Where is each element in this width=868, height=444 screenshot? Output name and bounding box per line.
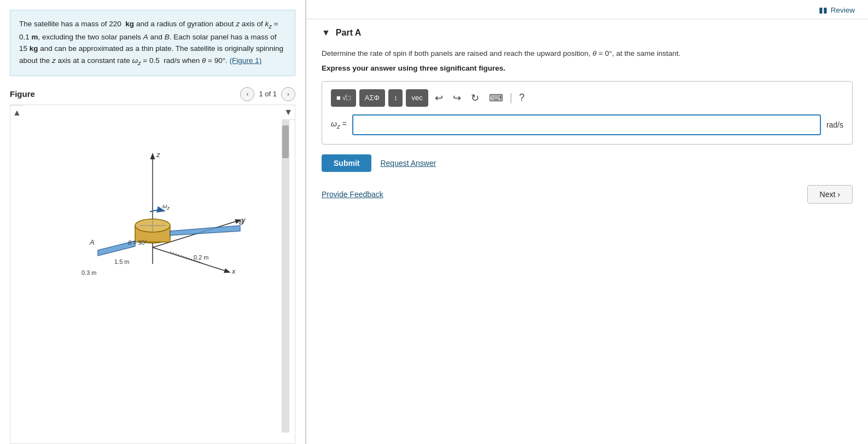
vec-button[interactable]: vec bbox=[406, 89, 428, 107]
action-row: Submit Request Answer bbox=[322, 154, 853, 172]
right-content: ▼ Part A Determine the rate of spin if b… bbox=[306, 19, 868, 444]
figure-section: Figure ‹ 1 of 1 › ▲ z bbox=[10, 87, 295, 444]
svg-text:x: x bbox=[231, 267, 236, 275]
radical-symbol: √□ bbox=[342, 94, 351, 102]
scroll-up-arrow[interactable]: ▲ bbox=[10, 105, 24, 120]
svg-text:θ = 90°: θ = 90° bbox=[128, 239, 147, 246]
toolbar: ■ √□ AΣΦ ↕ vec ↩ ↪ ↻ ⌨ | ? bbox=[331, 89, 843, 107]
svg-text:0.2 m: 0.2 m bbox=[194, 254, 209, 261]
review-icon: ▮▮ bbox=[819, 5, 828, 14]
svg-text:0.3 m: 0.3 m bbox=[81, 269, 97, 276]
input-row: ωz = rad/s bbox=[331, 114, 843, 135]
figure-next-button[interactable]: › bbox=[281, 87, 295, 101]
provide-feedback-button[interactable]: Provide Feedback bbox=[322, 190, 383, 199]
unit-label: rad/s bbox=[826, 120, 843, 129]
next-button[interactable]: Next › bbox=[807, 185, 853, 204]
part-header: ▼ Part A bbox=[322, 28, 853, 38]
help-button[interactable]: ? bbox=[516, 89, 528, 107]
toolbar-divider: | bbox=[510, 91, 512, 104]
figure-scroll-area[interactable]: z x y bbox=[24, 105, 282, 443]
figure-diagram: z x y bbox=[43, 111, 262, 291]
next-chevron-icon: › bbox=[837, 190, 840, 199]
matrix-radical-button[interactable]: ■ √□ bbox=[331, 89, 356, 107]
answer-input[interactable] bbox=[352, 114, 821, 135]
review-label: Review bbox=[831, 6, 855, 14]
keyboard-button[interactable]: ⌨ bbox=[486, 89, 506, 107]
review-link[interactable]: ▮▮ Review bbox=[819, 5, 855, 14]
vec-label: vec bbox=[411, 94, 422, 102]
redo-button[interactable]: ↪ bbox=[450, 89, 464, 107]
updown-label: ↕ bbox=[394, 94, 398, 102]
updown-button[interactable]: ↕ bbox=[388, 89, 403, 107]
left-panel: The satellite has a mass of 220 kg and a… bbox=[0, 0, 306, 444]
svg-text:A: A bbox=[89, 238, 95, 246]
part-title: Part A bbox=[336, 28, 362, 38]
svg-text:B: B bbox=[239, 218, 244, 226]
alpha-sigma-phi-button[interactable]: AΣΦ bbox=[359, 89, 385, 107]
figure-img-area: z x y bbox=[24, 105, 282, 302]
part-collapse-arrow[interactable]: ▼ bbox=[322, 28, 330, 38]
question-instruction: Express your answer using three signific… bbox=[322, 64, 853, 72]
matrix-icon: ■ bbox=[336, 94, 341, 102]
figure-prev-button[interactable]: ‹ bbox=[240, 87, 254, 101]
next-label: Next bbox=[820, 190, 836, 199]
answer-box: ■ √□ AΣΦ ↕ vec ↩ ↪ ↻ ⌨ | ? bbox=[322, 81, 853, 145]
question-text: Determine the rate of spin if both panel… bbox=[322, 48, 853, 60]
figure-nav: ‹ 1 of 1 › bbox=[240, 87, 295, 101]
top-bar: ▮▮ Review bbox=[306, 0, 868, 19]
figure-scrollbar-thumb[interactable] bbox=[282, 125, 289, 158]
alpha-sigma-phi-label: AΣΦ bbox=[365, 94, 380, 102]
figure-title: Figure bbox=[10, 89, 35, 99]
figure-content: ▲ z x y bbox=[10, 105, 295, 444]
svg-text:1.5 m: 1.5 m bbox=[114, 258, 130, 265]
scroll-down-arrow-bottom[interactable]: ▼ bbox=[282, 105, 295, 120]
figure-link[interactable]: (Figure 1) bbox=[230, 56, 262, 65]
request-answer-button[interactable]: Request Answer bbox=[380, 159, 436, 168]
undo-button[interactable]: ↩ bbox=[432, 89, 446, 107]
svg-text:z: z bbox=[156, 151, 160, 159]
figure-nav-label: 1 of 1 bbox=[259, 90, 277, 98]
right-panel: ▮▮ Review ▼ Part A Determine the rate of… bbox=[306, 0, 868, 444]
omega-label: ωz = bbox=[331, 119, 347, 130]
refresh-button[interactable]: ↻ bbox=[468, 89, 482, 107]
figure-header: Figure ‹ 1 of 1 › bbox=[10, 87, 295, 101]
submit-button[interactable]: Submit bbox=[322, 154, 371, 172]
bottom-row: Provide Feedback Next › bbox=[322, 185, 853, 204]
problem-text-box: The satellite has a mass of 220 kg and a… bbox=[10, 10, 295, 76]
